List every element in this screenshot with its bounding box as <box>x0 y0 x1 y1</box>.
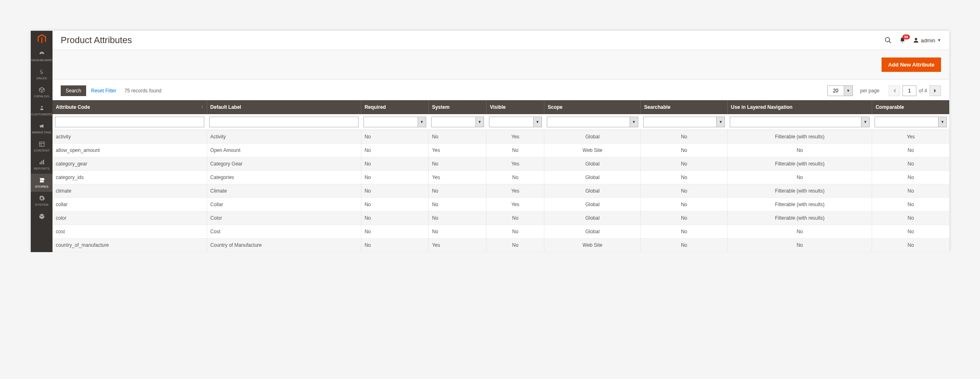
cell-searchable: No <box>641 130 728 144</box>
column-header[interactable]: Comparable <box>872 100 949 114</box>
filter-scope[interactable]: ▼ <box>547 117 638 127</box>
sidebar-item-stores[interactable]: STORES <box>31 174 53 192</box>
box-icon <box>38 87 46 93</box>
filter-comparable[interactable]: ▼ <box>875 117 947 127</box>
column-header[interactable]: Scope <box>544 100 641 114</box>
cell-system: Yes <box>429 239 487 252</box>
cell-label: Country of Manufacture <box>207 239 361 252</box>
column-header[interactable]: Required <box>361 100 429 114</box>
cell-comparable: No <box>872 171 949 184</box>
add-new-attribute-button[interactable]: Add New Attribute <box>882 57 941 72</box>
sidebar-item-label: REPORTS <box>34 167 50 170</box>
sidebar-item-reports[interactable]: REPORTS <box>31 156 53 174</box>
cell-searchable: No <box>641 225 728 239</box>
cell-label: Activity <box>207 130 361 144</box>
cell-comparable: No <box>872 211 949 225</box>
cell-comparable: No <box>872 157 949 171</box>
filter-default-label[interactable] <box>209 117 359 127</box>
table-row[interactable]: costCostNoNoNoGlobalNoNoNo <box>53 225 949 239</box>
column-header[interactable]: Visible <box>487 100 544 114</box>
cell-layered: No <box>727 144 872 157</box>
sidebar-item-label: CONTENT <box>34 149 50 152</box>
sidebar-item-dashboard[interactable]: DASHBOARD <box>31 47 53 65</box>
cell-label: Collar <box>207 198 361 211</box>
table-row[interactable]: activityActivityNoNoYesGlobalNoFilterabl… <box>53 130 949 144</box>
column-header[interactable]: Use in Layered Navigation <box>727 100 872 114</box>
table-row[interactable]: category_idsCategoriesNoYesNoGlobalNoNoN… <box>53 171 949 184</box>
table-row[interactable]: colorColorNoNoNoGlobalNoFilterable (with… <box>53 211 949 225</box>
notifications-button[interactable]: 39 <box>899 37 906 44</box>
cell-label: Open Amount <box>207 144 361 157</box>
cell-code: collar <box>53 198 207 211</box>
cell-visible: No <box>487 239 544 252</box>
next-page-button[interactable] <box>930 85 941 96</box>
prev-page-button[interactable] <box>889 85 900 96</box>
cell-scope: Global <box>544 211 641 225</box>
svg-rect-6 <box>43 160 43 164</box>
current-page-input[interactable] <box>902 85 916 96</box>
filter-attribute-code[interactable] <box>55 117 204 127</box>
search-icon[interactable] <box>884 37 892 44</box>
cell-comparable: No <box>872 225 949 239</box>
column-header[interactable]: Attribute Code↓ <box>53 100 207 114</box>
reset-filter-link[interactable]: Reset Filter <box>91 88 116 94</box>
cell-scope: Global <box>544 157 641 171</box>
table-row[interactable]: category_gearCategory GearNoNoYesGlobalN… <box>53 157 949 171</box>
magento-logo[interactable] <box>31 31 53 47</box>
cell-comparable: No <box>872 184 949 198</box>
per-page-dropdown-arrow[interactable]: ▼ <box>844 85 853 96</box>
cell-system: Yes <box>429 171 487 184</box>
cell-comparable: Yes <box>872 130 949 144</box>
sidebar-item-partners[interactable] <box>31 210 53 223</box>
svg-rect-4 <box>39 162 40 164</box>
cell-scope: Global <box>544 198 641 211</box>
attributes-grid: Attribute Code↓Default LabelRequiredSyst… <box>53 100 949 252</box>
cell-searchable: No <box>641 184 728 198</box>
user-label: admin <box>921 37 935 44</box>
column-header[interactable]: System <box>429 100 487 114</box>
grid-controls: Search Reset Filter 75 records found ▼ p… <box>53 80 949 100</box>
cell-layered: Filterable (with results) <box>727 211 872 225</box>
cell-searchable: No <box>641 171 728 184</box>
filter-row: ▼ ▼ ▼ ▼ ▼ ▼ ▼ <box>53 114 949 130</box>
filter-visible[interactable]: ▼ <box>489 117 542 127</box>
total-pages-text: of 4 <box>919 88 927 94</box>
cell-required: No <box>361 171 429 184</box>
svg-point-9 <box>915 38 917 40</box>
cell-system: No <box>429 184 487 198</box>
sidebar-item-content[interactable]: CONTENT <box>31 138 53 156</box>
column-header[interactable]: Default Label <box>207 100 361 114</box>
column-header[interactable]: Searchable <box>641 100 728 114</box>
cell-label: Categories <box>207 171 361 184</box>
action-bar: Add New Attribute <box>53 50 949 80</box>
filter-system[interactable]: ▼ <box>431 117 484 127</box>
svg-line-8 <box>889 41 891 43</box>
table-row[interactable]: allow_open_amountOpen AmountNoYesNoWeb S… <box>53 144 949 157</box>
cell-code: activity <box>53 130 207 144</box>
cell-required: No <box>361 157 429 171</box>
per-page-select[interactable]: ▼ <box>827 85 853 96</box>
filter-layered-nav[interactable]: ▼ <box>730 117 870 127</box>
cell-scope: Global <box>544 225 641 239</box>
cell-system: No <box>429 198 487 211</box>
cell-required: No <box>361 130 429 144</box>
sidebar-item-label: SYSTEM <box>35 203 48 207</box>
sidebar-item-customers[interactable]: CUSTOMERS <box>31 101 53 119</box>
table-row[interactable]: country_of_manufactureCountry of Manufac… <box>53 239 949 252</box>
sidebar-item-catalog[interactable]: CATALOG <box>31 83 53 101</box>
filter-searchable[interactable]: ▼ <box>643 117 725 127</box>
filter-required[interactable]: ▼ <box>363 117 426 127</box>
table-row[interactable]: climateClimateNoNoYesGlobalNoFilterable … <box>53 184 949 198</box>
search-button[interactable]: Search <box>61 85 86 96</box>
sidebar-item-label: CATALOG <box>34 94 49 98</box>
sidebar-item-sales[interactable]: SALES <box>31 65 53 83</box>
user-menu[interactable]: admin ▼ <box>913 37 941 44</box>
sidebar-item-system[interactable]: SYSTEM <box>31 192 53 210</box>
cell-system: No <box>429 130 487 144</box>
per-page-input[interactable] <box>827 85 844 96</box>
dollar-icon <box>38 69 46 75</box>
cell-required: No <box>361 211 429 225</box>
sidebar-item-marketing[interactable]: MARKETING <box>31 119 53 138</box>
table-row[interactable]: collarCollarNoNoYesGlobalNoFilterable (w… <box>53 198 949 211</box>
cube-icon <box>38 213 46 220</box>
